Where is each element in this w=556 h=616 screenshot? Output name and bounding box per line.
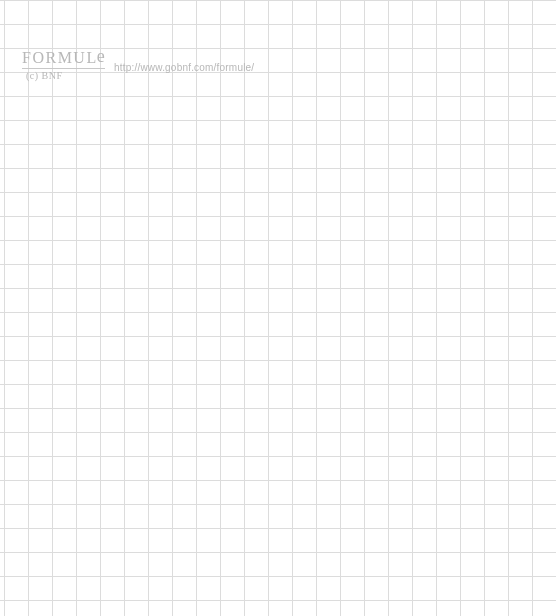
logo-title: FORMUL e [22, 48, 105, 69]
url-text: http://www.gobnf.com/formule/ [114, 62, 254, 73]
logo-block: FORMUL e (c) BNF [22, 48, 105, 81]
grid-background [0, 0, 556, 616]
logo-superscript: e [97, 47, 105, 65]
logo-main-text: FORMUL [22, 50, 98, 66]
logo-copyright: (c) BNF [22, 71, 105, 81]
